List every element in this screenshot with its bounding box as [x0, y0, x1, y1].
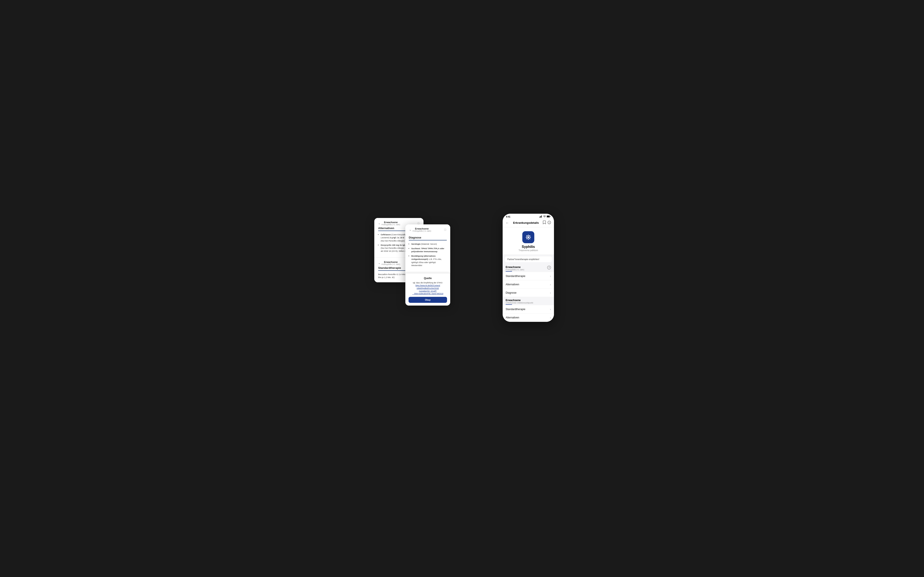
svg-text:?: ? [548, 266, 550, 269]
diagnose-section: Diagnose Serologie (Material: Serum) Suc… [405, 233, 450, 271]
wifi-icon [543, 215, 546, 218]
chevron-right-4: › [550, 308, 551, 311]
section-subtitle-1: Frühsyphilis (<1 Jahr) [381, 224, 400, 226]
section-subtitle-2: Frühsyphilis (<1 Jahr) [381, 263, 400, 266]
group-2-title: Erwachsene [506, 299, 551, 302]
quelle-modal: Quelle vgl. dazu die Empfehlung der STIK… [405, 273, 450, 306]
disease-icon [522, 231, 534, 243]
partner-alert: Partner*innentherapie empfehlen! [505, 256, 552, 262]
okay-button[interactable]: Okay [409, 297, 447, 303]
middle-title: Erwachsene [413, 227, 431, 230]
list-item-alternativen-2[interactable]: Alternativen › [502, 314, 554, 322]
item-label: Standardtherapie [506, 275, 525, 277]
group-2-header: Erwachsene Unbekannter Infektionszeitpun… [502, 297, 554, 305]
phone-group-2: Erwachsene Unbekannter Infektionszeitpun… [502, 297, 554, 322]
group-2-sub: Unbekannter Infektionszeitpunkt [506, 302, 551, 304]
chevron-right-1: › [550, 274, 551, 278]
disease-title: Syphilis [522, 245, 535, 249]
group-1-sub: Frühsyphilis (<1 Jahr) [506, 269, 524, 271]
group-1-title: Erwachsene [506, 266, 524, 269]
list-item-standardtherapie-2[interactable]: Standardtherapie › [502, 305, 554, 314]
battery-icon [547, 215, 551, 218]
diagnose-item-3: Bestätigung (alternatives Antigenkonzept… [411, 255, 442, 266]
section-title-erwachsene-1: Erwachsene [381, 221, 400, 224]
disease-subtitle: Treponema pallidum [519, 249, 538, 251]
group-1-header: Erwachsene Frühsyphilis (<1 Jahr) ? [502, 264, 554, 272]
diagnose-divider [409, 240, 447, 240]
nav-title: Erkrankungsdetails [513, 221, 539, 224]
phone-nav: ← Erkrankungsdetails i [502, 219, 554, 227]
svg-rect-6 [550, 216, 551, 217]
chevron-right-2: › [550, 283, 551, 286]
modal-link[interactable]: https://www.rki.de/DE/Content/Infekt/Epi… [412, 284, 443, 295]
status-bar: 9:41 [502, 214, 554, 219]
card-phone: 9:41 ← Erkrankungsdetails [502, 214, 554, 322]
item-label: Diagnose [506, 291, 517, 294]
chevron-icon-1[interactable]: ⌄ [378, 222, 380, 225]
alert-text: Partner*innentherapie empfehlen! [507, 258, 540, 261]
item-label: Alternativen [506, 283, 519, 286]
svg-rect-5 [547, 216, 549, 217]
modal-text: vgl. dazu die Empfehlung der STIKO: http… [409, 282, 447, 295]
chevron-icon-middle[interactable]: ⌄ [409, 228, 411, 231]
svg-rect-0 [540, 217, 540, 218]
list-item-standardtherapie-1[interactable]: Standardtherapie › [502, 272, 554, 280]
svg-rect-3 [541, 215, 542, 218]
help-icon-1[interactable]: ? [547, 266, 551, 270]
modal-text-before: vgl. dazu die Empfehlung der STIKO: [413, 282, 443, 284]
alt-item-1-note: (Nur bei Penicillin-Allergie) [381, 240, 405, 242]
svg-rect-1 [540, 216, 541, 218]
diagnose-item-2: Suchtest: TPHA/ TPPA /TPLA oder polyvale… [411, 247, 444, 253]
middle-section-header: ⌄ Erwachsene Frühsyphilis (<1 Jahr) ⓘ [409, 227, 446, 232]
phone-hero: Syphilis Treponema pallidum [502, 227, 554, 255]
section-title-erwachsene-2: Erwachsene [381, 261, 400, 263]
status-icons [540, 215, 551, 218]
info-icon-middle[interactable]: ⓘ [444, 228, 446, 231]
status-time: 9:41 [506, 216, 510, 218]
middle-subtitle: Frühsyphilis (<1 Jahr) [413, 230, 431, 232]
modal-title: Quelle [409, 277, 447, 280]
diagnose-item-1: Serologie (Material: Serum) [411, 243, 437, 245]
bookmark-icon[interactable] [543, 221, 546, 225]
svg-point-11 [527, 236, 529, 238]
item-label: Standardtherapie [506, 308, 525, 311]
middle-header: ⌄ Erwachsene Frühsyphilis (<1 Jahr) ⓘ [405, 224, 450, 232]
signal-icon [540, 215, 543, 218]
group-1-line [506, 271, 512, 272]
item-label: Alternativen [506, 316, 519, 319]
back-icon[interactable]: ← [506, 221, 509, 225]
svg-rect-2 [541, 216, 541, 218]
card-middle: ⌄ Erwachsene Frühsyphilis (<1 Jahr) ⓘ Di… [405, 224, 450, 306]
diagnose-content: Serologie (Material: Serum) Suchtest: TP… [409, 243, 447, 267]
chevron-icon-2[interactable]: ⌄ [378, 261, 380, 264]
scene: ⌄ Erwachsene Frühsyphilis (<1 Jahr) ⓘ Al… [366, 211, 558, 366]
list-item-alternativen-1[interactable]: Alternativen › [502, 280, 554, 289]
chevron-right-5: › [550, 316, 551, 319]
group-2-line [506, 304, 512, 305]
info-icon-phone[interactable]: i [548, 221, 551, 225]
svg-text:i: i [549, 222, 550, 224]
list-item-diagnose-1[interactable]: Diagnose › [502, 289, 554, 297]
nav-icons: i [543, 221, 551, 225]
phone-group-1: Erwachsene Frühsyphilis (<1 Jahr) ? Stan… [502, 264, 554, 297]
diagnose-label: Diagnose [409, 236, 447, 239]
chevron-right-3: › [550, 291, 551, 295]
